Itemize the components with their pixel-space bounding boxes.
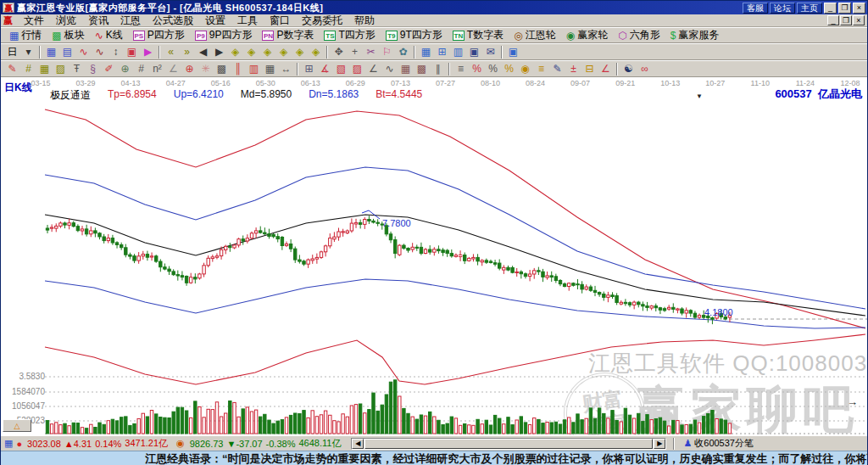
flag-icon[interactable]: ⚐ (379, 45, 395, 59)
menu-5[interactable]: 设置 (199, 14, 231, 28)
gann-wheel-button[interactable]: ◎江恩轮 (509, 28, 560, 42)
p-number-table-button[interactable]: PNP数字表 (257, 28, 319, 42)
percent-red-icon[interactable]: % (469, 62, 485, 76)
spiral-icon[interactable]: § (85, 62, 101, 76)
angle-tool-icon[interactable]: ∠ (165, 62, 181, 76)
span-arrows-icon[interactable]: ↔ (278, 62, 294, 76)
shenzhen-index-status[interactable]: ◉ 9826.73 ▼-37.07 -0.38% 4648.11亿 (175, 437, 341, 450)
minimize-button[interactable]: _ (824, 3, 837, 14)
window-grid-icon[interactable]: ▦ (262, 62, 278, 76)
angle-steep-icon[interactable]: ∠ (598, 62, 614, 76)
yinyang-icon[interactable]: ☯ (620, 62, 637, 76)
draw-pen-icon[interactable]: ✎ (4, 62, 20, 76)
info-panel-icon[interactable]: ▤ (59, 45, 75, 59)
infinity-icon[interactable]: ∞ (637, 62, 653, 76)
percent-icon[interactable]: % (485, 62, 501, 76)
cut-icon[interactable]: ✂ (363, 45, 379, 59)
restore-button[interactable]: ❐ (838, 3, 851, 14)
market-quote-button[interactable]: ▦行情 (4, 28, 47, 42)
data-download-icon[interactable]: ▣ (505, 45, 521, 59)
next-bar-icon[interactable]: ▶ (211, 45, 227, 59)
gann-fan-icon[interactable]: ▨ (53, 62, 69, 76)
period-day-selector[interactable]: 日 (4, 45, 20, 59)
menu-0[interactable]: 文件 (18, 14, 50, 28)
t-square-button[interactable]: TST四方形 (319, 28, 380, 42)
hand-drag-icon[interactable]: ✥ (331, 45, 347, 59)
grid-view-icon[interactable]: ▦ (43, 45, 59, 59)
target-icon[interactable]: ⊕ (181, 62, 198, 76)
tick-data-panel[interactable]: ♟ 收600537分笔 (678, 437, 759, 450)
customer-service-button[interactable]: 客服 (743, 3, 768, 14)
rays-fan-icon[interactable]: ∡ (317, 62, 333, 76)
period-dropdown-icon[interactable]: ▾ (20, 45, 36, 59)
diamond-nav-2-icon[interactable]: ◈ (243, 45, 259, 59)
kline-chart-button[interactable]: ∿K线 (90, 28, 128, 42)
menu-8[interactable]: 交易委托 (296, 14, 348, 28)
gold-box-icon[interactable]: ⊟ (581, 62, 598, 76)
quote-grid-icon[interactable]: ▦ (4, 438, 13, 449)
fence-icon[interactable]: ▥ (246, 62, 262, 76)
p-square-button[interactable]: PSP四方形 (128, 28, 190, 42)
compass-pen-icon[interactable]: ✐ (101, 62, 117, 76)
circle-cross-icon[interactable]: ⊕ (117, 62, 133, 76)
calendar-icon[interactable]: ▦ (418, 45, 434, 59)
menu-4[interactable]: 公式选股 (147, 14, 199, 28)
dense-grid-icon[interactable]: ▩ (214, 62, 230, 76)
scroll-left-button[interactable]: ◀ (352, 439, 364, 449)
diamond-nav-5-icon[interactable]: ◈ (292, 45, 308, 59)
n-square-icon[interactable]: n² (149, 62, 165, 76)
ink-pen-icon[interactable]: ✎ (549, 62, 565, 76)
menu-2[interactable]: 资讯 (82, 14, 114, 28)
percent-gold-icon[interactable]: % (501, 62, 517, 76)
sector-blocks-button[interactable]: ▩板块 (47, 28, 89, 42)
hexagon-tool-button[interactable]: ⬡六角形 (613, 28, 665, 42)
star-burst-icon[interactable]: ✳ (198, 62, 214, 76)
child-restore-button[interactable]: ❐ (840, 15, 852, 25)
grid-dark-icon[interactable]: ▩ (414, 62, 430, 76)
shanghai-index-status[interactable]: ● 3023.08 ▲4.31 0.14% 3471.21亿 (14, 437, 168, 450)
diamond-nav-1-icon[interactable]: ◈ (227, 45, 243, 59)
save-icon[interactable]: ▣ (466, 45, 482, 59)
notebook-icon[interactable]: ▥ (450, 45, 466, 59)
menu-1[interactable]: 浏览 (50, 14, 82, 28)
gann-grid-icon[interactable]: # (20, 62, 36, 76)
9t-square-button[interactable]: T99T四方形 (381, 28, 448, 42)
shade-box-icon[interactable]: ▧ (333, 62, 349, 76)
shade-box2-icon[interactable]: ▨ (349, 62, 365, 76)
gold-section-icon[interactable]: ≡ (533, 62, 549, 76)
crosshair-add-icon[interactable]: + (347, 45, 363, 59)
parallel-lines-icon[interactable]: ∥ (430, 62, 446, 76)
homepage-button[interactable]: 主页 (797, 3, 822, 14)
plus-minus-icon[interactable]: ± (565, 62, 581, 76)
scroll-right-button[interactable]: ▶ (654, 439, 665, 449)
vertical-lines-icon[interactable]: ║ (230, 62, 246, 76)
t-number-table-button[interactable]: TNT数字表 (448, 28, 509, 42)
menu-6[interactable]: 工具 (231, 14, 264, 28)
play-animation-icon[interactable]: ▶ (140, 45, 156, 59)
9p-square-button[interactable]: P99P四方形 (190, 28, 258, 42)
right-scroll-arrow-icon[interactable]: → (847, 395, 858, 408)
gold-circle-icon[interactable]: ◉ (517, 62, 533, 76)
first-bar-icon[interactable]: « (163, 45, 179, 59)
gann-box-icon[interactable]: ▦ (36, 62, 53, 76)
child-close-button[interactable]: × (853, 15, 865, 25)
menu-7[interactable]: 窗口 (264, 14, 296, 28)
zigzag-icon[interactable]: ∿ (381, 62, 398, 76)
comb-lines-icon[interactable]: # (133, 62, 149, 76)
child-minimize-button[interactable]: _ (827, 15, 839, 25)
trend-line2-icon[interactable]: ∿ (92, 45, 108, 59)
pattern-icon[interactable]: ✿ (395, 45, 411, 59)
last-bar-icon[interactable]: » (179, 45, 195, 59)
diamond-nav-4-icon[interactable]: ◈ (275, 45, 292, 59)
menu-9[interactable]: 帮助 (348, 14, 381, 28)
winner-wheel-button[interactable]: ◉赢家轮 (561, 28, 613, 42)
price-ruler-icon[interactable]: Ŧ (69, 62, 85, 76)
winner-service-button[interactable]: $赢家服务 (665, 28, 725, 42)
horizontal-scrollbar[interactable]: ◀ ▶ (351, 438, 666, 450)
angle2-icon[interactable]: ∠ (365, 62, 381, 76)
levels-icon[interactable]: ≡ (453, 62, 469, 76)
prev-bar-icon[interactable]: ◀ (195, 45, 211, 59)
scroll-thumb[interactable] (364, 439, 653, 449)
kline-color-icon[interactable]: ▣ (124, 45, 140, 59)
grid-red-icon[interactable]: ▦ (398, 62, 414, 76)
